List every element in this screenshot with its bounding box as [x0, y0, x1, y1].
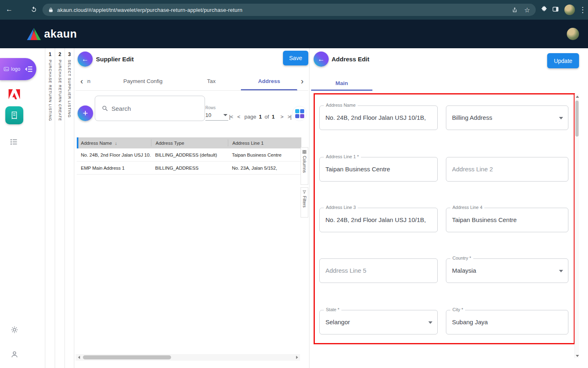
prev-page-button[interactable]: < [237, 114, 240, 120]
city-field[interactable]: City * Subang Jaya [446, 310, 568, 334]
scroll-up-arrow-icon[interactable] [575, 94, 579, 99]
cell-address-type: BILLING_ADDRESS (default) [151, 153, 228, 157]
side-panel-icon[interactable] [552, 6, 559, 13]
akaun-triangle-icon [27, 28, 41, 40]
search-icon [102, 105, 108, 112]
field-value: Selangor [325, 310, 426, 334]
dropdown-caret-icon [223, 114, 227, 116]
rows-per-page-value: 10 [205, 112, 211, 118]
filters-label: Filters [302, 196, 307, 208]
tab-payment-config[interactable]: Payment Config [104, 73, 182, 90]
browser-profile-avatar[interactable] [564, 4, 575, 15]
rows-per-page-select[interactable]: 10 [205, 112, 228, 121]
address-panel-title: Address Edit [332, 56, 370, 63]
field-value: Taipan Business Centre [452, 208, 557, 231]
tab-tax[interactable]: Tax [182, 73, 241, 90]
dropdown-caret-icon [559, 117, 563, 119]
sidebar-logo-pill[interactable]: logo [0, 58, 36, 80]
field-label: State * [324, 307, 341, 312]
first-page-button[interactable]: |< [229, 114, 233, 120]
extensions-puzzle-icon[interactable] [541, 6, 548, 13]
brand-name: akaun [44, 28, 77, 40]
scroll-left-arrow-icon[interactable] [76, 354, 82, 361]
grid-view-toggle-button[interactable] [292, 106, 307, 121]
tabs-scroll-left-icon[interactable]: ‹ [76, 73, 87, 90]
step-label: PURCHASE RETURN CREATE [58, 60, 62, 121]
last-page-button[interactable]: >| [287, 114, 291, 120]
column-header-address-line1[interactable]: Address Line 1 [228, 139, 301, 146]
supplier-edit-panel: ← Supplier Edit Save Login Payment Confi… [76, 48, 308, 368]
step-purchase-return-create[interactable]: 2 PURCHASE RETURN CREATE [55, 48, 65, 368]
step-select-supplier-listing[interactable]: 3 SELECT SUPPLIER LISTING [65, 48, 74, 368]
address-line-5-field[interactable]: Address Line 5 [319, 258, 438, 283]
country-select[interactable]: Country * Malaysia [446, 258, 568, 283]
next-page-button[interactable]: > [281, 114, 283, 120]
browser-refresh-icon[interactable] [30, 6, 38, 13]
address-line-2-field[interactable]: Address Line 2 [446, 157, 568, 182]
total-pages: 1 [272, 114, 274, 120]
scrollbar-thumb[interactable] [83, 355, 171, 359]
scrollbar-thumb[interactable] [575, 101, 579, 137]
field-value: No. 24B, 2nd Floor Jalan USJ 10/1B, Jala [325, 106, 426, 129]
collapse-menu-icon[interactable] [24, 65, 33, 74]
address-line-1-field[interactable]: Address Line 1 * Taipan Business Centre [319, 157, 438, 182]
search-field[interactable] [95, 96, 205, 121]
sort-desc-icon[interactable]: ↓ [115, 141, 117, 146]
tabs-scroll-right-icon[interactable]: › [297, 73, 307, 90]
field-label: City * [450, 307, 465, 312]
dropdown-caret-icon [428, 321, 432, 324]
address-bar[interactable]: akaun.cloud/#/applet/tnt/wavelet/erp/pur… [42, 4, 536, 16]
step-purchase-return-listing[interactable]: 1 PURCHASE RETURN LISTING [45, 48, 55, 368]
field-label: Address Name [324, 103, 358, 108]
save-button[interactable]: Save [283, 51, 308, 65]
horizontal-scrollbar[interactable] [76, 354, 300, 361]
field-value: No. 24B, 2nd Floor Jalan USJ 10/1B, Jala [325, 208, 426, 231]
workflow-stepper: 1 PURCHASE RETURN LISTING 2 PURCHASE RET… [45, 48, 74, 368]
field-label: Address Line 1 * [324, 154, 361, 159]
state-select[interactable]: State * Selangor [319, 310, 438, 334]
browser-back-icon[interactable]: ← [6, 5, 13, 13]
tab-main[interactable]: Main [311, 77, 372, 91]
column-header-address-name[interactable]: Address Name ↓ [77, 141, 151, 146]
invoice-applet-icon[interactable] [5, 106, 23, 124]
column-header-address-type[interactable]: Address Type [151, 139, 228, 146]
address-line-4-field[interactable]: Address Line 4 Taipan Business Centre [446, 208, 568, 232]
add-address-button[interactable]: + [78, 105, 93, 121]
columns-side-tab[interactable]: Columns [301, 147, 308, 185]
columns-icon [302, 150, 307, 154]
share-icon[interactable] [512, 7, 518, 13]
filters-side-tab[interactable]: Filters [301, 187, 308, 218]
step-number: 1 [49, 52, 51, 57]
supplier-tab-bar: Login Payment Config Tax Address ‹ › [76, 73, 308, 91]
table-row[interactable]: EMP Main Address 1 BILLING_ADDRESS No. 2… [77, 162, 301, 175]
settings-gear-icon[interactable] [10, 325, 18, 334]
tab-address[interactable]: Address [241, 73, 297, 90]
address-back-button[interactable]: ← [314, 52, 329, 67]
scrollbar-track[interactable] [82, 354, 294, 361]
scroll-right-arrow-icon[interactable] [294, 354, 300, 361]
address-line-3-field[interactable]: Address Line 3 No. 24B, 2nd Floor Jalan … [319, 208, 438, 232]
bookmark-star-icon[interactable]: ☆ [524, 6, 530, 14]
address-table: Address Name ↓ Address Type Address Line… [77, 137, 301, 175]
profile-person-icon[interactable] [10, 350, 18, 358]
pdf-adobe-icon[interactable] [8, 88, 20, 100]
search-input[interactable] [111, 105, 185, 112]
brand-logo[interactable]: akaun [27, 28, 77, 40]
cell-address-name: EMP Main Address 1 [77, 166, 151, 171]
vertical-scrollbar[interactable] [575, 94, 579, 358]
supplier-back-button[interactable]: ← [78, 52, 93, 67]
url-text[interactable]: akaun.cloud/#/applet/tnt/wavelet/erp/pur… [57, 7, 512, 13]
list-menu-icon[interactable] [10, 138, 18, 146]
browser-menu-kebab-icon[interactable]: ⋮ [579, 5, 586, 14]
table-row[interactable]: No. 24B, 2nd Floor Jalan USJ 10... BILLI… [77, 148, 301, 162]
address-type-select[interactable]: Billing Address [446, 105, 568, 130]
grid-icon [295, 109, 304, 118]
field-value: Billing Address [452, 106, 557, 129]
address-edit-panel: ← Address Edit Update Main Address Name … [311, 48, 578, 368]
address-name-field[interactable]: Address Name No. 24B, 2nd Floor Jalan US… [319, 105, 438, 130]
pagination: |< < page 1 of 1 > >| [229, 114, 291, 120]
user-avatar[interactable] [567, 28, 579, 40]
update-button[interactable]: Update [547, 53, 579, 68]
field-placeholder: Address Line 2 [452, 157, 557, 181]
scroll-down-arrow-icon[interactable] [575, 353, 579, 358]
